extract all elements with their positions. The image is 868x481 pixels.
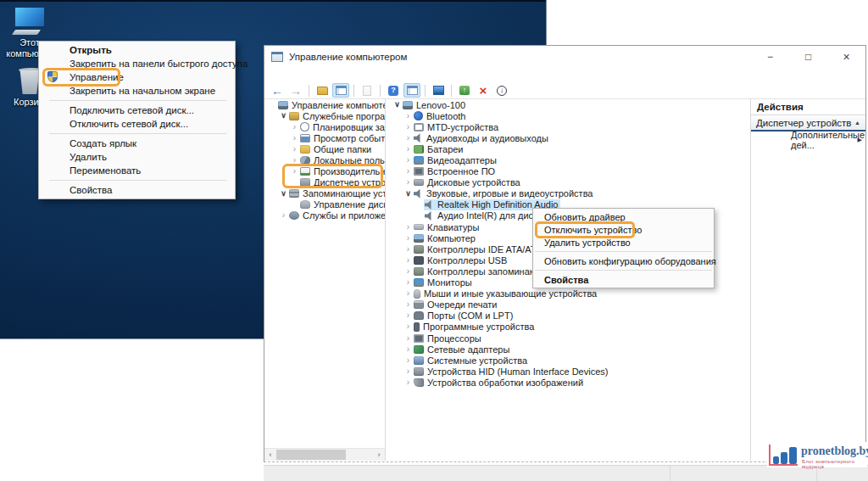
- toolbar-button[interactable]: [359, 83, 376, 98]
- scroll-right-icon[interactable]: ›: [373, 450, 385, 459]
- expand-chevron-icon[interactable]: ›: [403, 322, 413, 331]
- expand-chevron-icon[interactable]: ›: [403, 356, 413, 365]
- device-context-menu: Обновить драйвер Отключить устройство Уд…: [532, 208, 715, 288]
- toolbar-button[interactable]: [269, 83, 286, 98]
- actions-more-actions[interactable]: Дополнительные дей... ▶: [751, 131, 865, 148]
- desktop-menu-item[interactable]: Закрепить на начальном экране: [39, 84, 235, 98]
- collapse-arrow-icon[interactable]: ▲: [854, 120, 860, 126]
- device-tree-item[interactable]: › Сетевые адаптеры: [389, 344, 750, 355]
- desktop-menu-item[interactable]: Управление: [39, 70, 235, 84]
- tree-horizontal-scrollbar[interactable]: ‹ ›: [264, 448, 385, 461]
- expand-chevron-icon[interactable]: ›: [290, 134, 299, 143]
- toolbar-button[interactable]: [403, 83, 420, 98]
- console-tree-item[interactable]: › Службы и приложения: [264, 210, 385, 221]
- expand-chevron-icon[interactable]: ›: [403, 256, 413, 265]
- expand-chevron-icon[interactable]: ›: [403, 123, 413, 131]
- expand-chevron-icon[interactable]: ›: [403, 145, 413, 154]
- expand-chevron-icon[interactable]: ›: [290, 167, 299, 176]
- expand-chevron-icon[interactable]: ›: [403, 311, 413, 320]
- expand-chevron-icon[interactable]: ›: [290, 123, 299, 131]
- expand-chevron-icon[interactable]: ›: [403, 234, 413, 243]
- scrollbar-thumb[interactable]: [276, 450, 346, 460]
- device-tree-item[interactable]: › Порты (COM и LPT): [389, 310, 750, 322]
- console-tree-item[interactable]: ∨ Запоминающие устройства: [264, 188, 385, 199]
- console-tree-item[interactable]: ∨ Служебные программы: [264, 110, 385, 121]
- expand-chevron-icon[interactable]: ›: [403, 223, 413, 232]
- expand-chevron-icon[interactable]: ›: [403, 134, 413, 143]
- expand-chevron-icon[interactable]: ›: [403, 378, 413, 387]
- device-tree-item[interactable]: › Устройства обработки изображений: [389, 377, 750, 388]
- minimize-button[interactable]: −: [751, 46, 789, 68]
- expand-chevron-icon[interactable]: ›: [403, 178, 413, 187]
- expand-chevron-icon[interactable]: ›: [403, 245, 413, 254]
- expand-chevron-icon[interactable]: ›: [403, 334, 413, 343]
- expand-chevron-icon[interactable]: ›: [403, 345, 413, 354]
- toolbar-button[interactable]: [456, 83, 473, 98]
- scroll-left-icon[interactable]: ‹: [264, 450, 276, 459]
- expand-chevron-icon[interactable]: ∨: [403, 190, 413, 198]
- expand-chevron-icon[interactable]: ∨: [279, 190, 288, 198]
- device-tree-item[interactable]: › MTD-устройства: [389, 121, 750, 132]
- device-tree-item[interactable]: › Видеоадаптеры: [389, 154, 750, 165]
- expand-chevron-icon[interactable]: ›: [403, 367, 413, 376]
- device-tree-item[interactable]: ∨ Звуковые, игровые и видеоустройства: [389, 188, 750, 199]
- desktop-menu-item[interactable]: Переименовать: [39, 164, 235, 177]
- desktop-menu-item[interactable]: Создать ярлык: [39, 137, 235, 150]
- desktop-menu-item[interactable]: Удалить: [39, 150, 235, 164]
- context-menu-item[interactable]: Удалить устройство: [533, 236, 714, 249]
- expand-chevron-icon[interactable]: ›: [403, 278, 413, 287]
- toolbar-button[interactable]: [475, 83, 492, 98]
- device-tree-item[interactable]: › Мыши и иные указывающие устройства: [389, 288, 750, 299]
- context-menu-item[interactable]: Обновить конфигурацию оборудования: [533, 254, 714, 267]
- expand-chevron-icon[interactable]: ›: [403, 156, 413, 165]
- device-tree-item[interactable]: ∨ Lenovo-100: [389, 99, 750, 110]
- console-tree-item[interactable]: › Планировщик заданий: [264, 121, 385, 132]
- device-tree-item[interactable]: › Программные устройства: [389, 322, 750, 333]
- console-tree-item[interactable]: Управление дисками: [264, 199, 385, 210]
- toolbar-button[interactable]: [430, 83, 447, 98]
- device-tree-item[interactable]: › Очереди печати: [389, 299, 750, 310]
- device-tree-item[interactable]: › Батареи: [389, 143, 750, 154]
- desktop-menu-item[interactable]: Открыть: [39, 43, 235, 57]
- desktop-menu-item[interactable]: Подключить сетевой диск...: [39, 103, 235, 117]
- toolbar-button[interactable]: [385, 83, 402, 98]
- expand-chevron-icon[interactable]: ›: [403, 289, 413, 298]
- device-tree-item[interactable]: › Аудиовходы и аудиовыходы: [389, 132, 750, 143]
- maximize-button[interactable]: □: [789, 46, 827, 68]
- console-tree-item[interactable]: › Общие папки: [264, 143, 385, 154]
- expand-chevron-icon[interactable]: ›: [403, 267, 413, 276]
- device-tree-item[interactable]: › Системные устройства: [389, 355, 750, 366]
- context-menu-item[interactable]: Обновить драйвер: [533, 210, 714, 223]
- toolbar-button[interactable]: [493, 83, 510, 98]
- expand-chevron-icon[interactable]: ∨: [392, 101, 402, 109]
- desktop-menu-item[interactable]: Закрепить на панели быстрого доступа: [39, 57, 235, 70]
- desktop-menu-item[interactable]: Свойства: [39, 183, 235, 197]
- expand-chevron-icon[interactable]: ›: [279, 211, 288, 220]
- expand-chevron-icon[interactable]: ›: [403, 300, 413, 309]
- disk-drive-icon: [414, 179, 424, 186]
- toolbar-button[interactable]: [314, 83, 331, 98]
- console-tree-item[interactable]: › Просмотр событий: [264, 132, 385, 143]
- context-menu-item[interactable]: Отключить устройство: [533, 223, 714, 236]
- title-bar[interactable]: Управление компьютером − □ ×: [264, 46, 865, 68]
- toolbar-button[interactable]: [332, 83, 349, 98]
- expand-chevron-icon[interactable]: ›: [290, 145, 299, 154]
- console-tree-item[interactable]: Управление компьютером (локальным): [264, 99, 385, 110]
- desktop-menu-item[interactable]: Отключить сетевой диск...: [39, 117, 235, 131]
- logo-bar-chart-icon: [773, 456, 779, 464]
- console-tree-item[interactable]: › Производительность: [264, 166, 385, 177]
- device-tree-item[interactable]: › Устройства HID (Human Interface Device…: [389, 366, 750, 377]
- expand-chevron-icon[interactable]: ›: [290, 156, 299, 165]
- console-tree-item[interactable]: Диспетчер устройств: [264, 177, 385, 188]
- device-tree-item[interactable]: › Процессоры: [389, 333, 750, 344]
- close-button[interactable]: ×: [827, 46, 865, 68]
- expand-chevron-icon[interactable]: ∨: [279, 112, 288, 120]
- console-tree-item[interactable]: › Локальные пользователи: [264, 154, 385, 165]
- context-menu-item[interactable]: Свойства: [533, 273, 714, 286]
- expand-chevron-icon[interactable]: ›: [403, 112, 413, 120]
- toolbar-button[interactable]: [287, 83, 304, 98]
- device-tree-item[interactable]: › Дисковые устройства: [389, 177, 750, 188]
- device-tree-item[interactable]: › Bluetooth: [389, 110, 750, 121]
- device-tree-item[interactable]: › Встроенное ПО: [389, 166, 750, 177]
- expand-chevron-icon[interactable]: ›: [403, 167, 413, 176]
